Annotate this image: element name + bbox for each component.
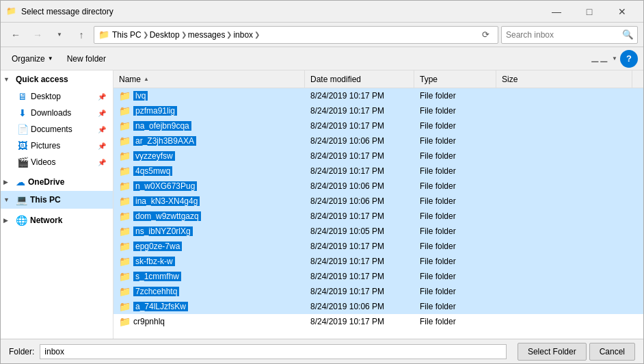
up-button[interactable]: ↑ (72, 25, 91, 44)
col-header-size[interactable]: Size (496, 70, 632, 88)
file-name-cell: 📁s_1cmmfhw (113, 271, 305, 282)
toolbar-right: ⚊⚊ ▼ ? (590, 50, 638, 68)
videos-label: Videos (31, 157, 95, 167)
file-name-cell: 📁ina_kN3-XN4g4g (113, 196, 305, 207)
downloads-pin-icon: 📌 (98, 109, 107, 117)
close-button[interactable]: ✕ (606, 1, 638, 23)
file-date-cell: 8/24/2019 10:06 PM (305, 136, 414, 146)
path-messages[interactable]: messages (188, 30, 226, 40)
documents-icon: 📄 (17, 124, 28, 135)
file-name-text: epg0ze-7wa (133, 242, 182, 251)
table-row[interactable]: 📁pzfma91lig8/24/2019 10:17 PMFile folder (113, 103, 643, 118)
network-group[interactable]: ▶ 🌐 Network (1, 211, 113, 229)
table-row[interactable]: 📁na_ofejbn9cqa8/24/2019 10:17 PMFile fol… (113, 118, 643, 133)
file-name-cell: 📁dom_w9zwttgazq (113, 211, 305, 222)
file-name-text: dom_w9zwttgazq (133, 211, 201, 221)
sidebar-item-videos[interactable]: 🎬 Videos 📌 (12, 154, 113, 170)
folder-icon: 📁 (119, 226, 131, 237)
select-folder-button[interactable]: Select Folder (518, 343, 587, 361)
table-row[interactable]: 📁dom_w9zwttgazq8/24/2019 10:17 PMFile fo… (113, 209, 643, 224)
file-type-cell: File folder (414, 226, 496, 236)
maximize-button[interactable]: □ (574, 1, 605, 23)
table-row[interactable]: 📁cr9pnhlq8/24/2019 10:17 PMFile folder (113, 314, 643, 329)
main-content: ▼ Quick access 🖥 Desktop 📌 ⬇ Downloads 📌… (1, 70, 643, 339)
sidebar-item-documents[interactable]: 📄 Documents 📌 (12, 121, 113, 138)
sidebar-item-pictures[interactable]: 🖼 Pictures 📌 (12, 138, 113, 154)
onedrive-label: OneDrive (28, 177, 64, 187)
path-thispc[interactable]: This PC (112, 30, 142, 40)
table-row[interactable]: 📁n_w0XG673Pug8/24/2019 10:06 PMFile fold… (113, 179, 643, 194)
path-inbox[interactable]: inbox (233, 30, 253, 40)
file-date-cell: 8/24/2019 10:17 PM (305, 287, 414, 296)
titlebar: 📁 Select message directory — □ ✕ (1, 1, 643, 23)
folder-input[interactable] (40, 344, 507, 359)
organize-chevron: ▼ (48, 55, 53, 62)
onedrive-icon: ☁ (16, 177, 25, 187)
network-label: Network (30, 216, 62, 225)
path-desktop[interactable]: Desktop (150, 30, 180, 40)
table-row[interactable]: 📁lvq8/24/2019 10:17 PMFile folder (113, 88, 643, 103)
table-row[interactable]: 📁vyzzeyfsw8/24/2019 10:17 PMFile folder (113, 148, 643, 164)
file-name-text: cr9pnhlq (133, 317, 165, 326)
file-name-cell: 📁n_w0XG673Pug (113, 181, 305, 192)
help-button[interactable]: ? (620, 50, 638, 68)
file-date-cell: 8/24/2019 10:17 PM (305, 211, 414, 221)
table-row[interactable]: 📁7zchcehhtq8/24/2019 10:17 PMFile folder (113, 284, 643, 299)
file-list-header: Name ▲ Date modified Type Size (113, 70, 643, 88)
dialog: 📁 Select message directory — □ ✕ ← → ▼ ↑… (0, 0, 644, 364)
forward-button[interactable]: → (28, 25, 47, 44)
table-row[interactable]: 📁s_1cmmfhw8/24/2019 10:17 PMFile folder (113, 269, 643, 284)
file-date-cell: 8/24/2019 10:17 PM (305, 317, 414, 326)
path-sep-1: ❯ (143, 31, 148, 38)
folder-icon: 📁 (119, 301, 131, 312)
back-button[interactable]: ← (6, 25, 25, 44)
file-name-cell: 📁cr9pnhlq (113, 316, 305, 327)
table-row[interactable]: 📁4qs5mwq8/24/2019 10:17 PMFile folder (113, 164, 643, 179)
view-options-button[interactable]: ⚊⚊ (590, 50, 609, 68)
col-header-type[interactable]: Type (414, 70, 496, 88)
col-header-name[interactable]: Name ▲ (113, 70, 305, 88)
col-name-label: Name (119, 75, 141, 84)
search-input[interactable] (502, 30, 618, 40)
search-icon-button[interactable]: 🔍 (618, 26, 637, 44)
organize-label: Organize (12, 54, 45, 64)
file-list-body[interactable]: 📁lvq8/24/2019 10:17 PMFile folder📁pzfma9… (113, 88, 643, 339)
file-date-cell: 8/24/2019 10:17 PM (305, 166, 414, 176)
folder-icon: 📁 (119, 181, 131, 192)
table-row[interactable]: 📁ns_ibNYZ0rlXg8/24/2019 10:05 PMFile fol… (113, 224, 643, 239)
file-list: Name ▲ Date modified Type Size 📁lvq8/24/… (113, 70, 643, 339)
col-header-date[interactable]: Date modified (305, 70, 414, 88)
organize-button[interactable]: Organize ▼ (6, 50, 59, 68)
table-row[interactable]: 📁ina_kN3-XN4g4g8/24/2019 10:06 PMFile fo… (113, 194, 643, 209)
file-date-cell: 8/24/2019 10:05 PM (305, 226, 414, 236)
view-chevron: ▼ (612, 55, 617, 62)
refresh-button[interactable]: ⟳ (477, 27, 494, 43)
file-name-text: lvq (133, 91, 148, 101)
table-row[interactable]: 📁epg0ze-7wa8/24/2019 10:17 PMFile folder (113, 239, 643, 254)
videos-icon: 🎬 (17, 157, 28, 168)
action-buttons: Select Folder Cancel (518, 343, 635, 361)
address-path[interactable]: This PC ❯ Desktop ❯ messages ❯ inbox ❯ (112, 30, 474, 40)
quick-access-children: 🖥 Desktop 📌 ⬇ Downloads 📌 📄 Documents 📌 … (1, 88, 113, 170)
folder-icon: 📁 (119, 105, 131, 116)
dropdown-recent-button[interactable]: ▼ (50, 25, 69, 44)
file-date-cell: 8/24/2019 10:06 PM (305, 196, 414, 206)
file-name-text: ns_ibNYZ0rlXg (133, 226, 193, 236)
minimize-button[interactable]: — (541, 1, 572, 23)
table-row[interactable]: 📁ar_Z3jh3B9AXA8/24/2019 10:06 PMFile fol… (113, 133, 643, 148)
onedrive-group[interactable]: ▶ ☁ OneDrive (1, 173, 113, 191)
table-row[interactable]: 📁a_74lLJzfsKw8/24/2019 10:06 PMFile fold… (113, 299, 643, 314)
videos-pin-icon: 📌 (98, 159, 107, 166)
sidebar-item-downloads[interactable]: ⬇ Downloads 📌 (12, 105, 113, 121)
thispc-group[interactable]: ▼ 💻 This PC (1, 191, 113, 209)
cancel-button[interactable]: Cancel (589, 343, 635, 361)
file-type-cell: File folder (414, 317, 496, 326)
folder-icon: 📁 (119, 286, 131, 297)
desktop-icon: 🖥 (17, 91, 28, 102)
new-folder-button[interactable]: New folder (62, 50, 111, 68)
folder-icon: 📁 (119, 151, 131, 161)
quick-access-group[interactable]: ▼ Quick access (1, 70, 113, 88)
sidebar-item-desktop[interactable]: 🖥 Desktop 📌 (12, 88, 113, 105)
file-name-text: s_1cmmfhw (133, 272, 181, 281)
table-row[interactable]: 📁sk-fbz-k-w8/24/2019 10:17 PMFile folder (113, 254, 643, 269)
